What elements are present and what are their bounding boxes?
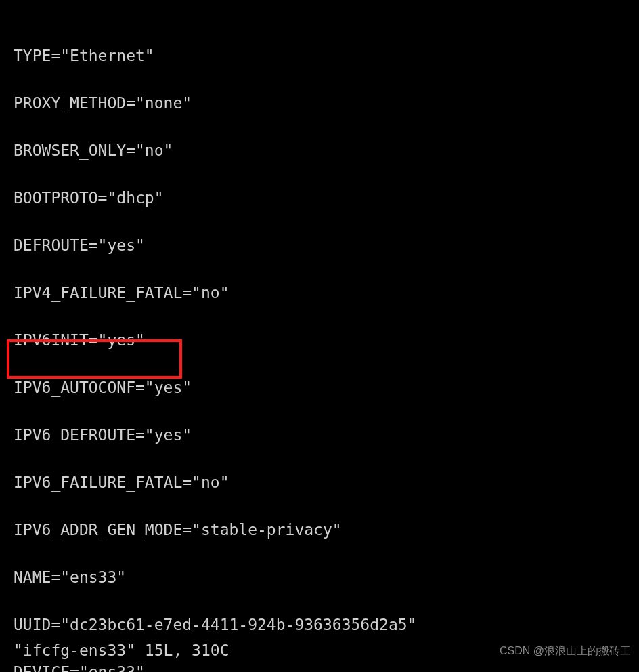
config-line: BOOTPROTO="dhcp" [14, 186, 639, 210]
config-line: IPV6_DEFROUTE="yes" [14, 423, 639, 447]
config-line: IPV4_FAILURE_FATAL="no" [14, 281, 639, 305]
config-line: TYPE="Ethernet" [14, 44, 639, 68]
csdn-watermark: CSDN @浪浪山上的搬砖工 [500, 639, 631, 663]
config-line: IPV6_ADDR_GEN_MODE="stable-privacy" [14, 518, 639, 542]
config-line: IPV6_AUTOCONF="yes" [14, 376, 639, 400]
config-line: DEFROUTE="yes" [14, 234, 639, 257]
config-line: UUID="dc23bc61-e7ed-4411-924b-93636356d2… [14, 613, 639, 637]
vi-status-line: "ifcfg-ens33" 15L, 310C [14, 639, 229, 663]
config-line: PROXY_METHOD="none" [14, 91, 639, 115]
config-line: IPV6_FAILURE_FATAL="no" [14, 471, 639, 495]
config-line: BROWSER_ONLY="no" [14, 139, 639, 163]
config-line: IPV6INIT="yes" [14, 329, 639, 352]
config-line: NAME="ens33" [14, 566, 639, 589]
vi-editor-buffer[interactable]: TYPE="Ethernet" PROXY_METHOD="none" BROW… [0, 0, 639, 672]
